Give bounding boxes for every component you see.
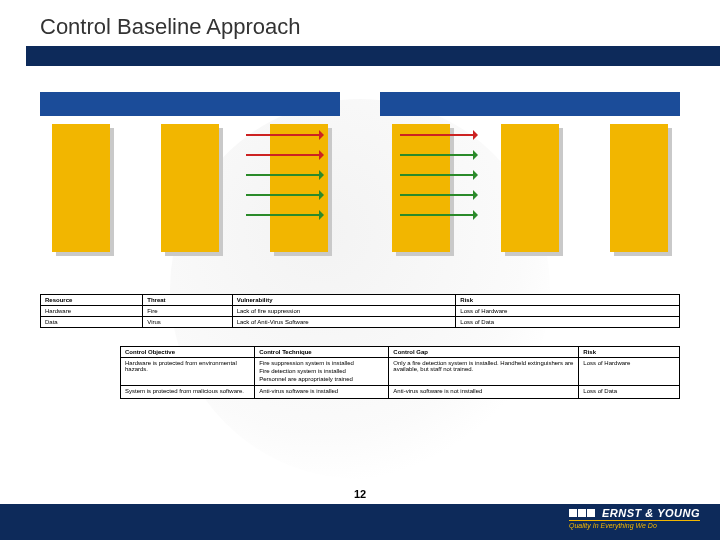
techniques-cell: Fire suppression system is installed Fir… <box>255 358 389 386</box>
arrow-group <box>400 116 474 234</box>
diagram-area <box>40 92 680 282</box>
page-title: Control Baseline Approach <box>0 0 720 46</box>
arrow-red <box>246 134 320 136</box>
page-number: 12 <box>354 488 366 500</box>
risk-table: Resource Threat Vulnerability Risk Hardw… <box>40 294 680 328</box>
brand-logo-icon <box>569 509 596 517</box>
table-row: Data Virus Lack of Anti-Virus Software L… <box>41 317 680 328</box>
arrow-green <box>246 174 320 176</box>
col-risk: Risk <box>456 295 680 306</box>
table-row: Hardware Fire Lack of fire suppression L… <box>41 306 680 317</box>
arrow-group <box>246 116 320 234</box>
control-table: Control Objective Control Technique Cont… <box>120 346 680 399</box>
table-header-row: Resource Threat Vulnerability Risk <box>41 295 680 306</box>
arrow-green <box>246 194 320 196</box>
brand-name: ERNST & YOUNG <box>602 507 700 519</box>
col-gap: Control Gap <box>389 347 579 358</box>
col-vulnerability: Vulnerability <box>232 295 456 306</box>
panel-header-bar <box>40 92 340 116</box>
title-accent-bar <box>26 46 720 66</box>
footer-bar: ERNST & YOUNG Quality In Everything We D… <box>0 504 720 540</box>
arrow-green <box>400 174 474 176</box>
table-row: System is protected from malicious softw… <box>121 386 680 399</box>
arrow-red <box>400 134 474 136</box>
yellow-block <box>501 124 559 252</box>
col-threat: Threat <box>143 295 232 306</box>
diagram-panel-left <box>40 92 340 252</box>
arrow-green <box>246 214 320 216</box>
table-header-row: Control Objective Control Technique Cont… <box>121 347 680 358</box>
arrow-red <box>246 154 320 156</box>
table-row: Hardware is protected from environmental… <box>121 358 680 386</box>
brand-tagline: Quality In Everything We Do <box>569 520 700 529</box>
diagram-panel-right <box>380 92 680 252</box>
brand-block: ERNST & YOUNG Quality In Everything We D… <box>569 507 700 529</box>
yellow-block <box>610 124 668 252</box>
yellow-block <box>161 124 219 252</box>
arrow-green <box>400 194 474 196</box>
arrow-green <box>400 154 474 156</box>
col-resource: Resource <box>41 295 143 306</box>
techniques-cell: Anti-virus software is installed <box>255 386 389 399</box>
col-risk: Risk <box>579 347 680 358</box>
col-objective: Control Objective <box>121 347 255 358</box>
arrow-green <box>400 214 474 216</box>
col-technique: Control Technique <box>255 347 389 358</box>
yellow-block <box>52 124 110 252</box>
panel-header-bar <box>380 92 680 116</box>
